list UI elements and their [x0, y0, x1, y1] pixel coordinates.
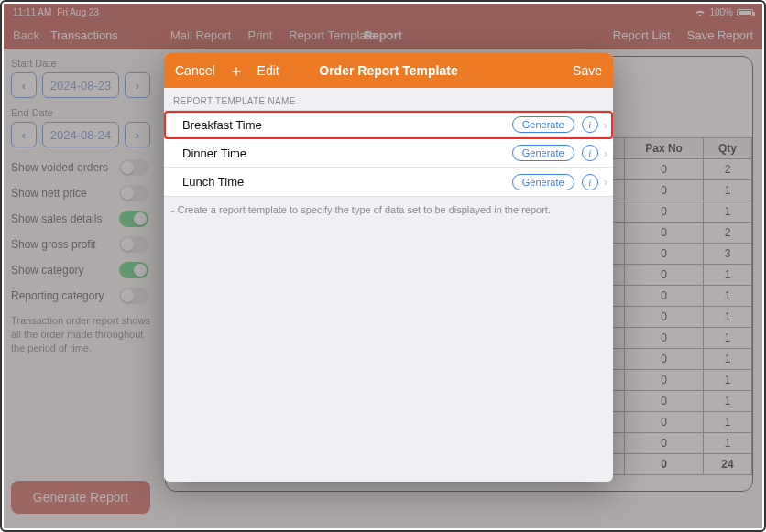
generate-button[interactable]: Generate: [512, 145, 574, 161]
generate-button[interactable]: Generate: [512, 174, 574, 190]
modal-section-label: REPORT TEMPLATE NAME: [164, 88, 613, 110]
modal-cancel-button[interactable]: Cancel: [175, 63, 215, 78]
template-row[interactable]: Dinner TimeGeneratei›: [164, 139, 613, 168]
info-icon[interactable]: i: [582, 174, 598, 190]
modal-hint: - Create a report template to specify th…: [164, 197, 613, 215]
template-row[interactable]: Lunch TimeGeneratei›: [164, 168, 613, 196]
template-row[interactable]: Breakfast TimeGeneratei›: [164, 111, 613, 139]
generate-button[interactable]: Generate: [512, 116, 574, 133]
chevron-right-icon: ›: [604, 175, 607, 189]
modal-edit-button[interactable]: Edit: [257, 63, 279, 78]
template-list: Breakfast TimeGeneratei›Dinner TimeGener…: [164, 110, 613, 197]
modal-save-button[interactable]: Save: [573, 63, 602, 78]
modal-title: Order Report Template: [319, 63, 457, 78]
order-report-template-modal: Cancel ＋ Edit Order Report Template Save…: [164, 53, 613, 482]
info-icon[interactable]: i: [582, 116, 598, 133]
template-name: Breakfast Time: [182, 118, 262, 132]
chevron-right-icon: ›: [604, 118, 607, 132]
template-name: Lunch Time: [182, 175, 244, 189]
add-icon[interactable]: ＋: [228, 62, 245, 79]
chevron-right-icon: ›: [604, 147, 607, 160]
info-icon[interactable]: i: [582, 145, 598, 161]
template-name: Dinner Time: [182, 147, 246, 160]
